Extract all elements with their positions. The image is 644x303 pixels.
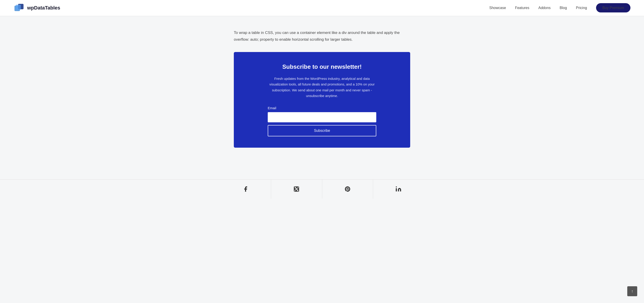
- nav-link-showcase[interactable]: Showcase: [489, 6, 506, 10]
- newsletter-title: Subscribe to our newsletter!: [282, 63, 362, 70]
- email-label: Email: [268, 106, 376, 110]
- svg-rect-5: [396, 188, 397, 191]
- nav-link-addons[interactable]: Addons: [538, 6, 550, 10]
- linkedin-link[interactable]: [373, 180, 424, 198]
- nav-item-addons[interactable]: Addons: [538, 6, 550, 10]
- nav-menu: Showcase Features Addons Blog Pricing Bu…: [489, 6, 630, 10]
- pinterest-link[interactable]: [322, 180, 373, 198]
- article-text-line2: overflow: auto; property to enable horiz…: [234, 37, 352, 42]
- article-text-line1: To wrap a table in CSS, you can use a co…: [234, 30, 400, 35]
- nav-link-pricing[interactable]: Pricing: [576, 6, 587, 10]
- nav-item-features[interactable]: Features: [515, 6, 529, 10]
- nav-item-cta[interactable]: Buy Premium: [596, 6, 630, 10]
- footer-social: [0, 179, 644, 198]
- newsletter-wrapper: Subscribe to our newsletter! Fresh updat…: [220, 52, 424, 161]
- social-link-pinterest[interactable]: [322, 180, 373, 198]
- nav-item-pricing[interactable]: Pricing: [576, 6, 587, 10]
- subscribe-button[interactable]: Subscribe: [268, 125, 376, 136]
- social-links: [220, 180, 424, 198]
- svg-point-6: [396, 186, 397, 188]
- facebook-link[interactable]: [220, 180, 271, 198]
- newsletter-description: Fresh updates from the WordPress industr…: [268, 76, 376, 99]
- spacer: [0, 161, 644, 179]
- brand-logo-link[interactable]: wpDataTables: [14, 2, 60, 13]
- buy-premium-button[interactable]: Buy Premium: [596, 3, 630, 12]
- brand-name: wpDataTables: [27, 5, 60, 11]
- nav-link-features[interactable]: Features: [515, 6, 529, 10]
- newsletter-form: Email Subscribe: [268, 106, 376, 136]
- newsletter-box: Subscribe to our newsletter! Fresh updat…: [234, 52, 410, 148]
- email-input[interactable]: [268, 112, 376, 122]
- social-link-linkedin[interactable]: [373, 180, 424, 198]
- article-text: To wrap a table in CSS, you can use a co…: [234, 30, 410, 43]
- svg-rect-3: [16, 5, 21, 10]
- scroll-top-button[interactable]: ↑: [627, 286, 637, 296]
- pinterest-icon: [344, 186, 351, 192]
- main-content: To wrap a table in CSS, you can use a co…: [0, 16, 644, 198]
- nav-item-blog[interactable]: Blog: [560, 6, 567, 10]
- facebook-icon: [242, 186, 249, 192]
- logo-icon: [14, 2, 24, 13]
- nav-link-blog[interactable]: Blog: [560, 6, 567, 10]
- twitter-link[interactable]: [271, 180, 322, 198]
- article-text-section: To wrap a table in CSS, you can use a co…: [220, 25, 424, 52]
- x-twitter-icon: [293, 186, 300, 192]
- linkedin-icon: [395, 186, 402, 192]
- social-link-twitter[interactable]: [271, 180, 322, 198]
- social-link-facebook[interactable]: [220, 180, 271, 198]
- navbar: wpDataTables Showcase Features Addons Bl…: [0, 0, 644, 16]
- nav-item-showcase[interactable]: Showcase: [489, 6, 506, 10]
